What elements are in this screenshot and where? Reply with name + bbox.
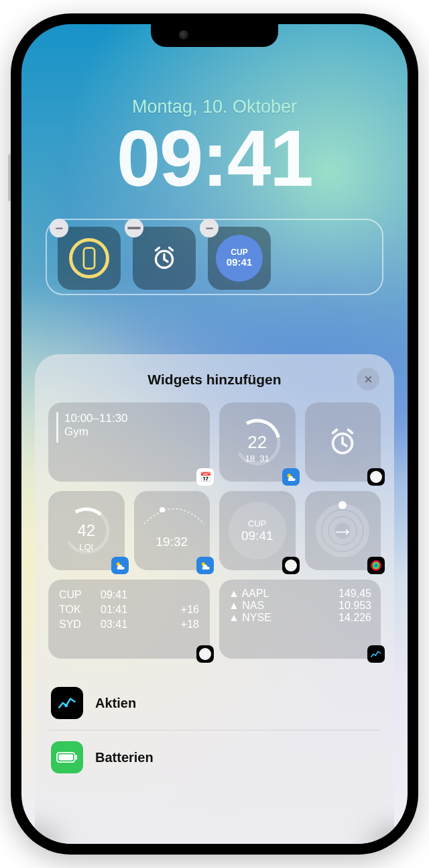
widget-temperature[interactable]: 22 18 31 [219, 402, 296, 482]
remove-widget-button[interactable] [125, 219, 143, 237]
arrow-right-icon: → [314, 502, 371, 559]
sheet-title: Widgets hinzufügen [48, 372, 381, 388]
svg-point-28 [64, 704, 68, 707]
weather-app-icon [282, 468, 300, 486]
sunset-time: 19:32 [156, 535, 188, 549]
stocks-app-icon [51, 687, 83, 719]
svg-line-16 [349, 430, 353, 433]
shelf-widget-world-clock[interactable]: CUP 09:41 [208, 227, 271, 290]
app-row-stocks[interactable]: Aktien [48, 676, 381, 730]
svg-rect-1 [84, 248, 95, 269]
widget-world-clock-list[interactable]: CUP09:41 TOK01:41+16 SYD03:41+18 [48, 580, 210, 659]
widget-calendar[interactable]: 10:00–11:30 Gym 📅 [48, 402, 210, 482]
clock-row: CUP09:41 [59, 588, 199, 602]
app-row-battery[interactable]: Batterien [48, 730, 381, 784]
clock-row: TOK01:41+16 [59, 602, 199, 617]
svg-rect-31 [75, 755, 77, 759]
svg-line-14 [343, 443, 347, 446]
calendar-app-icon: 📅 [196, 468, 214, 486]
widget-picker-sheet: Widgets hinzufügen 10:00–11:30 Gym 📅 [35, 354, 394, 844]
notch [151, 24, 278, 47]
world-clock-time: 09:41 [241, 529, 273, 543]
weather-app-icon [196, 557, 214, 574]
widget-sunset[interactable]: 19:32 [134, 491, 210, 570]
shelf-widget-battery[interactable] [58, 227, 121, 290]
lockscreen-time[interactable]: 09:41 [21, 113, 408, 204]
widget-world-clock[interactable]: CUP 09:41 [219, 491, 296, 570]
shelf-widget-alarm[interactable] [133, 227, 196, 290]
aqi-label: LQI [60, 542, 113, 552]
stock-row: ▲ AAPL149,45 [229, 588, 371, 600]
widget-air-quality[interactable]: 42 LQI [48, 491, 125, 570]
weather-app-icon [111, 557, 129, 574]
alarm-clock-icon [151, 245, 178, 272]
clock-app-icon [367, 468, 385, 486]
svg-line-15 [333, 430, 337, 433]
calendar-time: 10:00–11:30 [64, 412, 200, 425]
remove-widget-button[interactable] [50, 219, 68, 237]
clock-app-icon [282, 557, 300, 574]
svg-point-20 [160, 507, 165, 512]
stocks-app-icon [367, 645, 385, 663]
widget-shelf[interactable]: CUP 09:41 [46, 219, 383, 295]
svg-rect-30 [59, 755, 73, 761]
stock-row: ▲ NAS10.953 [229, 600, 371, 612]
close-button[interactable] [357, 368, 379, 390]
world-clock-city: CUP [248, 519, 266, 529]
fitness-app-icon [367, 557, 385, 574]
calendar-event: Gym [64, 425, 200, 439]
clock-app-icon [196, 645, 214, 663]
svg-line-7 [170, 248, 173, 250]
widget-alarm[interactable] [305, 402, 381, 482]
clock-row: SYD03:41+18 [59, 617, 199, 632]
stock-row: ▲ NYSE14.226 [229, 612, 371, 624]
svg-point-27 [375, 564, 378, 567]
remove-widget-button[interactable] [200, 219, 219, 237]
svg-line-5 [164, 260, 168, 262]
widget-fitness[interactable]: → [305, 491, 381, 570]
app-name: Batterien [95, 750, 154, 765]
app-name: Aktien [95, 696, 136, 711]
battery-ring-icon [69, 238, 109, 278]
widget-stocks[interactable]: ▲ AAPL149,45 ▲ NAS10.953 ▲ NYSE14.226 [219, 580, 381, 659]
svg-line-6 [156, 248, 160, 250]
battery-app-icon [51, 741, 83, 773]
alarm-clock-icon [327, 427, 358, 457]
close-icon [364, 375, 373, 384]
world-clock-time: 09:41 [227, 257, 252, 268]
widget-app-list: Aktien Batterien [48, 676, 381, 784]
